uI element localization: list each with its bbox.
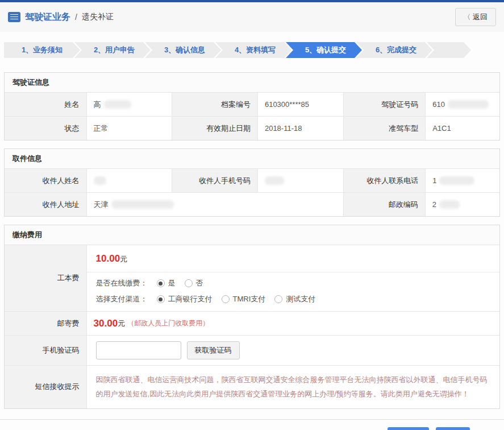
table-row: 收件人地址 天津 邮政编码 2 <box>5 192 499 216</box>
table-row: 状态 正常 有效期止日期 2018-11-18 准驾车型 A1C1 <box>5 116 499 140</box>
step-5-confirm-submit[interactable]: 5、确认提交 <box>286 42 362 58</box>
production-fee-amount-line: 10.00元 <box>87 245 499 272</box>
recipient-phone-value: 1 <box>426 169 499 192</box>
step-label: 4、资料填写 <box>235 45 276 55</box>
payment-section-title: 缴纳费用 <box>5 225 499 245</box>
pickup-section-title: 取件信息 <box>5 149 499 169</box>
redaction-blur <box>439 176 474 185</box>
radio-label: TMRI支付 <box>233 294 266 304</box>
production-fee-amount: 10.00 <box>96 253 120 264</box>
get-code-button[interactable]: 获取验证码 <box>187 341 240 359</box>
license-number-value: 610 <box>426 93 499 116</box>
recipient-address-label: 收件人地址 <box>5 193 87 216</box>
license-business-icon <box>8 12 20 22</box>
redaction-blur <box>104 100 131 109</box>
radio-label: 是 <box>168 278 176 288</box>
radio-unselected-icon[interactable] <box>222 295 230 303</box>
valid-until-value: 2018-11-18 <box>258 117 344 140</box>
status-value: 正常 <box>87 117 173 140</box>
radio-channel-icbc[interactable]: 工商银行支付 <box>157 294 213 304</box>
online-payment-question: 是否在线缴费： <box>96 278 148 288</box>
payment-channel-question-row: 选择支付渠道： 工商银行支付 TMRI支付 测试支付 <box>96 294 490 304</box>
name-label: 姓名 <box>5 93 87 116</box>
recipient-mobile-label: 收件人手机号码 <box>172 169 258 192</box>
online-payment-question-row: 是否在线缴费： 是 否 <box>96 278 490 288</box>
sms-notice-row: 短信接收提示 因陕西省联通、电信运营商技术问题，陕西省互联网交通安全综合服务管理… <box>5 365 499 408</box>
sms-code-content: 获取验证码 <box>87 336 499 365</box>
mail-fee-note: （邮政人员上门收取费用） <box>127 319 209 328</box>
postcode-value: 2 <box>426 193 499 216</box>
pickup-info-section: 取件信息 收件人姓名 收件人手机号码 收件人联系电话 1 收件人地址 天津 邮政… <box>4 148 500 217</box>
back-button[interactable]: 〈 返回 <box>455 8 496 26</box>
step-1-notice[interactable]: 1、业务须知 <box>4 42 80 58</box>
step-label: 2、用户申告 <box>94 45 135 55</box>
sms-code-label: 手机验证码 <box>5 336 87 365</box>
sms-code-row: 手机验证码 获取验证码 <box>5 335 499 365</box>
production-fee-row: 工本费 10.00元 是否在线缴费： 是 否 选择 <box>5 245 499 311</box>
redaction-blur <box>94 176 106 185</box>
radio-channel-tmri[interactable]: TMRI支付 <box>222 294 266 304</box>
radio-unselected-icon[interactable] <box>274 295 282 303</box>
table-row: 姓名 高 档案编号 610300****85 驾驶证号码 610 <box>5 93 499 116</box>
production-fee-content: 10.00元 是否在线缴费： 是 否 选择支付渠道： <box>87 245 499 311</box>
finish-button[interactable]: 完成 <box>436 427 470 430</box>
footer-actions: 上一步 完成 <box>0 419 504 430</box>
production-fee-label: 工本费 <box>5 245 87 311</box>
mail-fee-content: 30.00元（邮政人员上门收取费用） <box>87 312 499 335</box>
radio-unselected-icon[interactable] <box>185 279 193 287</box>
license-section-title: 驾驶证信息 <box>5 73 499 93</box>
step-6-complete[interactable]: 6、完成提交 <box>356 42 432 58</box>
mail-fee-label: 邮寄费 <box>5 312 87 335</box>
radio-label: 否 <box>196 278 203 288</box>
back-button-label: 返回 <box>473 12 488 22</box>
breadcrumb-current: 遗失补证 <box>82 12 114 22</box>
step-filler-segment <box>427 42 471 58</box>
sms-code-input[interactable] <box>96 341 181 359</box>
recipient-phone-label: 收件人联系电话 <box>344 169 426 192</box>
table-row: 收件人姓名 收件人手机号码 收件人联系电话 1 <box>5 169 499 192</box>
file-number-label: 档案编号 <box>172 93 258 116</box>
radio-selected-icon[interactable] <box>157 295 165 303</box>
radio-selected-icon[interactable] <box>157 279 165 287</box>
recipient-mobile-value <box>258 169 344 192</box>
vehicle-class-label: 准驾车型 <box>344 117 426 140</box>
step-label: 5、确认提交 <box>305 45 346 55</box>
chevron-left-icon: 〈 <box>464 13 470 22</box>
recipient-name-value <box>87 169 173 192</box>
step-navigation: 1、业务须知 2、用户申告 3、确认信息 4、资料填写 5、确认提交 6、完成提… <box>4 42 500 58</box>
production-fee-unit: 元 <box>120 255 127 263</box>
license-info-section: 驾驶证信息 姓名 高 档案编号 610300****85 驾驶证号码 610 状… <box>4 72 500 140</box>
page-header: 驾驶证业务 / 遗失补证 〈 返回 <box>0 2 504 32</box>
postcode-label: 邮政编码 <box>344 193 426 216</box>
recipient-address-value: 天津 <box>87 193 344 216</box>
radio-label: 测试支付 <box>286 294 315 304</box>
sms-notice-label: 短信接收提示 <box>5 366 87 408</box>
radio-online-yes[interactable]: 是 <box>157 278 176 288</box>
payment-channel-question: 选择支付渠道： <box>96 294 148 304</box>
mail-fee-amount: 30.00 <box>94 318 118 329</box>
name-value: 高 <box>87 93 173 116</box>
payment-section: 缴纳费用 工本费 10.00元 是否在线缴费： 是 否 <box>4 225 500 409</box>
vehicle-class-value: A1C1 <box>426 117 499 140</box>
radio-online-no[interactable]: 否 <box>185 278 203 288</box>
recipient-name-label: 收件人姓名 <box>5 169 87 192</box>
license-number-label: 驾驶证号码 <box>344 93 426 116</box>
valid-until-label: 有效期止日期 <box>172 117 258 140</box>
step-label: 1、业务须知 <box>22 45 63 55</box>
mail-fee-unit: 元 <box>118 319 125 329</box>
radio-channel-test[interactable]: 测试支付 <box>274 294 315 304</box>
step-2-declaration[interactable]: 2、用户申告 <box>74 42 151 58</box>
step-label: 6、完成提交 <box>376 45 416 55</box>
radio-label: 工商银行支付 <box>168 294 213 304</box>
sms-notice-text: 因陕西省联通、电信运营商技术问题，陕西省互联网交通安全综合服务管理平台无法向持陕… <box>87 366 499 408</box>
file-number-value: 610300****85 <box>258 93 344 116</box>
breadcrumb-separator: / <box>75 13 77 22</box>
redaction-blur <box>111 200 174 209</box>
status-label: 状态 <box>5 117 87 140</box>
redaction-blur <box>265 176 284 185</box>
mail-fee-row: 邮寄费 30.00元（邮政人员上门收取费用） <box>5 311 499 335</box>
redaction-blur <box>439 200 460 209</box>
previous-step-button[interactable]: 上一步 <box>388 427 429 430</box>
step-4-fill-data[interactable]: 4、资料填写 <box>215 42 291 58</box>
step-3-confirm-info[interactable]: 3、确认信息 <box>145 42 221 58</box>
